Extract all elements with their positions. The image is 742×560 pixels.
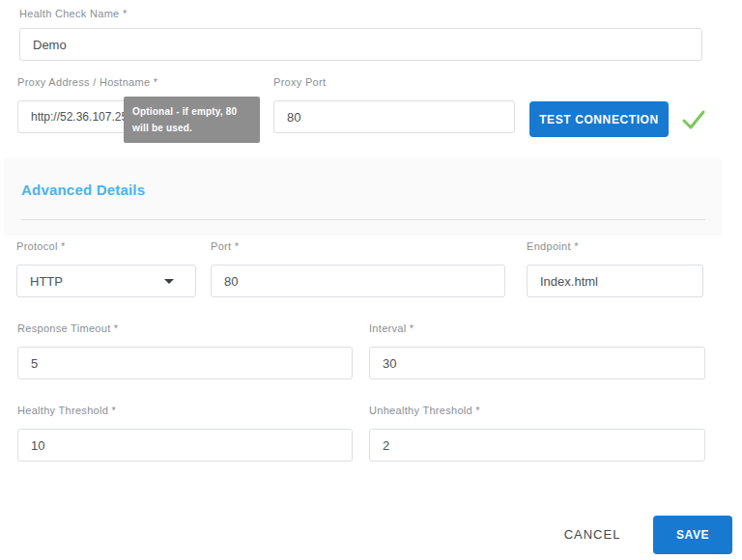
advanced-details-divider [21,219,705,220]
healthy-threshold-group: Healthy Threshold * [17,405,353,462]
protocol-label: Protocol * [16,240,196,253]
unhealthy-threshold-group: Unhealthy Threshold * [369,405,705,462]
response-timeout-group: Response Timeout * [17,322,353,379]
proxy-port-tooltip: Optional - if empty, 80 will be used. [124,97,260,143]
cancel-button[interactable]: CANCEL [558,522,626,546]
chevron-down-icon [164,279,174,284]
interval-label: Interval * [369,322,705,335]
health-check-name-group: Health Check Name * [19,8,702,61]
response-timeout-input[interactable] [17,347,353,379]
unhealthy-threshold-label: Unhealthy Threshold * [369,405,705,417]
health-check-form: Health Check Name * Proxy Address / Host… [0,0,742,560]
port-input[interactable] [211,265,505,297]
health-check-name-label: Health Check Name * [19,8,702,20]
healthy-threshold-label: Healthy Threshold * [17,405,353,417]
protocol-selected-value: HTTP [30,274,63,289]
endpoint-label: Endpoint * [527,240,703,253]
connection-success-check-icon [680,106,707,137]
advanced-details-title: Advanced Details [21,182,145,198]
interval-group: Interval * [369,322,705,379]
interval-input[interactable] [369,347,705,379]
protocol-group: Protocol * HTTP [16,240,196,297]
endpoint-group: Endpoint * [527,240,703,297]
unhealthy-threshold-input[interactable] [369,429,705,462]
proxy-port-group: Proxy Port [273,76,515,133]
test-connection-button[interactable]: TEST CONNECTION [529,101,669,137]
proxy-port-input[interactable] [273,100,515,133]
proxy-port-label: Proxy Port [273,76,515,89]
health-check-name-input[interactable] [19,28,702,61]
response-timeout-label: Response Timeout * [17,322,353,335]
port-label: Port * [211,240,505,253]
advanced-details-section-header: Advanced Details [5,158,721,234]
proxy-address-label: Proxy Address / Hostname * [17,76,257,89]
save-button[interactable]: SAVE [653,516,732,554]
port-group: Port * [211,240,505,297]
protocol-select[interactable]: HTTP [16,265,196,297]
endpoint-input[interactable] [527,265,703,297]
healthy-threshold-input[interactable] [17,429,353,462]
